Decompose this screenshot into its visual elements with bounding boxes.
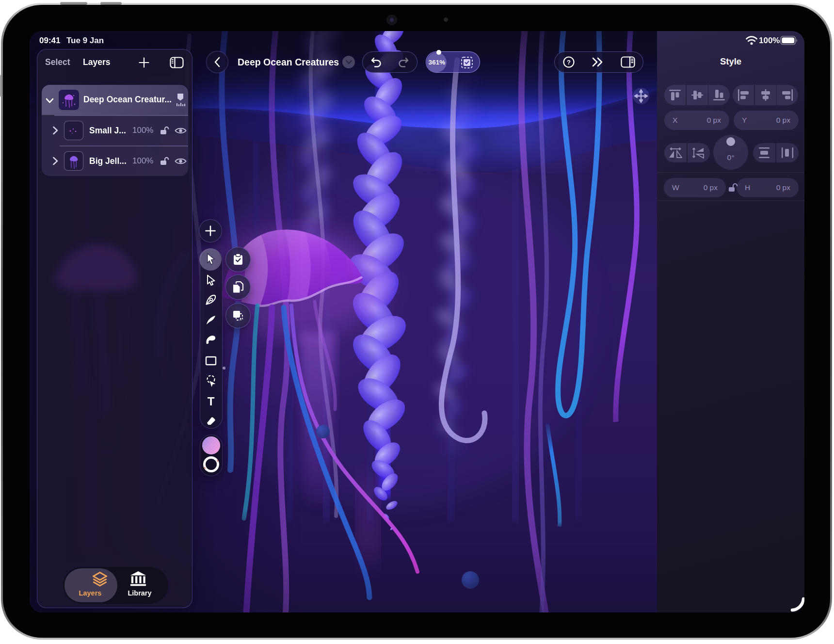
svg-text:T: T <box>208 396 215 407</box>
svg-text:?: ? <box>567 59 571 66</box>
